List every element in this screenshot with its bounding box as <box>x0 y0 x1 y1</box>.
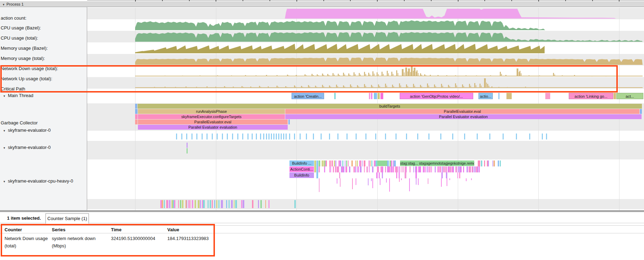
flame-slice-parallel-evaluator-evaluation[interactable]: Parallel Evaluator evaluation <box>138 125 288 130</box>
gc-event-tick[interactable] <box>294 134 295 139</box>
sidebar-item-skyframe-evaluator-0[interactable]: ▾skyframe-evaluator-0 <box>4 128 51 133</box>
gc-event-tick[interactable] <box>206 134 208 139</box>
event-tick[interactable] <box>268 200 270 208</box>
gc-event-tick[interactable] <box>516 134 517 139</box>
event-tick[interactable] <box>481 160 482 166</box>
event-tick[interactable] <box>234 200 234 208</box>
event-tick[interactable] <box>364 160 365 166</box>
gc-event-tick[interactable] <box>452 134 453 139</box>
event-tick[interactable] <box>440 166 441 172</box>
sidebar-item-memory-usage-bazel[interactable]: Memory usage (Bazel): <box>1 46 48 51</box>
gc-event-tick[interactable] <box>375 134 376 139</box>
event-tick[interactable] <box>442 166 443 172</box>
event-tick[interactable] <box>467 166 468 172</box>
event-tick[interactable] <box>405 172 406 178</box>
event-tick[interactable] <box>378 166 379 172</box>
gc-event-tick[interactable] <box>300 134 301 139</box>
gc-event-tick[interactable] <box>313 134 314 139</box>
event-tick[interactable] <box>354 166 355 172</box>
gc-event-tick[interactable] <box>529 134 530 139</box>
event-tick[interactable] <box>459 172 460 178</box>
event-tick[interactable] <box>360 160 361 166</box>
gc-event-tick[interactable] <box>278 134 279 139</box>
event-tick[interactable] <box>357 160 358 166</box>
event-tick[interactable] <box>174 200 175 208</box>
event-tick[interactable] <box>458 166 459 172</box>
event-tick[interactable] <box>474 166 476 172</box>
event-tick[interactable] <box>492 160 493 166</box>
gc-event-tick[interactable] <box>477 134 478 139</box>
track-cpu-usage-bazel[interactable] <box>87 19 644 31</box>
event-tick[interactable] <box>203 200 205 208</box>
event-tick[interactable] <box>322 160 323 166</box>
event-tick[interactable] <box>391 160 392 166</box>
evaluator-event-tick[interactable] <box>187 148 188 153</box>
gc-event-tick[interactable] <box>546 134 547 139</box>
track-action-count[interactable] <box>87 8 644 19</box>
event-tick[interactable] <box>364 166 365 172</box>
event-tick[interactable] <box>406 166 407 172</box>
event-tick[interactable] <box>389 166 391 172</box>
critical-path-segment-action-linking-go[interactable]: action 'Linking go... <box>569 93 613 99</box>
critical-path-segment-actio[interactable]: actio... <box>478 93 493 99</box>
event-tick[interactable] <box>210 200 211 208</box>
gc-event-tick[interactable] <box>232 134 233 139</box>
event-tick[interactable] <box>318 166 320 172</box>
event-tick[interactable] <box>326 160 327 166</box>
gc-event-tick[interactable] <box>191 134 192 139</box>
event-tick[interactable] <box>450 166 451 172</box>
gc-event-tick[interactable] <box>365 134 366 139</box>
expand-arrow-icon[interactable]: ▾ <box>4 180 5 183</box>
event-tick[interactable] <box>229 200 230 208</box>
event-tick[interactable] <box>198 200 200 208</box>
event-tick[interactable] <box>393 166 394 172</box>
event-tick[interactable] <box>330 166 331 172</box>
gc-event-tick[interactable] <box>329 134 330 139</box>
event-tick[interactable] <box>397 166 398 172</box>
event-tick[interactable] <box>243 200 244 208</box>
event-tick[interactable] <box>335 160 336 166</box>
sidebar-item-network-up-usage-total[interactable]: Network Up usage (total): <box>1 76 52 81</box>
event-tick[interactable] <box>455 166 457 172</box>
event-tick[interactable] <box>349 166 350 172</box>
evaluator-slice-buildinfo[interactable]: BuildInfo <box>289 172 314 178</box>
flame-slice[interactable] <box>288 119 290 124</box>
event-tick[interactable] <box>366 166 368 172</box>
event-tick[interactable] <box>231 200 233 208</box>
event-tick[interactable] <box>318 160 320 166</box>
event-tick[interactable] <box>410 166 411 172</box>
critical-path-tick[interactable] <box>506 93 512 99</box>
evaluator-slice-stage[interactable]: stag:stag... stagagemnotstagjegnkstnige.… <box>400 160 474 166</box>
event-tick[interactable] <box>385 166 386 172</box>
event-tick[interactable] <box>192 200 194 208</box>
gc-event-tick[interactable] <box>337 134 338 139</box>
event-tick[interactable] <box>169 200 170 208</box>
event-tick[interactable] <box>178 200 179 208</box>
gc-event-tick[interactable] <box>428 134 429 139</box>
event-tick[interactable] <box>200 200 201 208</box>
event-tick[interactable] <box>212 200 213 208</box>
event-tick[interactable] <box>425 166 426 172</box>
gc-event-tick[interactable] <box>252 134 253 139</box>
expand-arrow-icon[interactable]: ▾ <box>4 146 5 150</box>
flame-slice-parallelevaluator-eval[interactable]: ParallelEvaluator.eval <box>285 109 639 114</box>
event-tick[interactable] <box>435 166 436 172</box>
critical-path-tick[interactable] <box>380 93 383 99</box>
event-tick[interactable] <box>324 166 326 172</box>
critical-path-tick[interactable] <box>545 93 550 99</box>
critical-path-tick[interactable] <box>378 93 380 99</box>
event-tick[interactable] <box>396 172 397 178</box>
flame-slice-runanalysisphase[interactable]: runAnalysisPhase <box>138 109 285 114</box>
event-tick[interactable] <box>370 160 371 166</box>
flame-slice[interactable] <box>135 104 137 109</box>
critical-path-tick[interactable] <box>614 93 616 99</box>
event-tick[interactable] <box>342 160 343 166</box>
event-tick[interactable] <box>413 166 414 172</box>
gc-event-tick[interactable] <box>227 134 228 139</box>
event-tick[interactable] <box>488 160 489 166</box>
event-tick[interactable] <box>423 166 425 172</box>
critical-path-segment-action-genobjcprotos-video[interactable]: action 'GenObjcProtos video/... <box>400 93 473 99</box>
gc-event-tick[interactable] <box>489 134 490 139</box>
gc-event-tick[interactable] <box>212 134 213 139</box>
gc-event-tick[interactable] <box>256 134 257 139</box>
